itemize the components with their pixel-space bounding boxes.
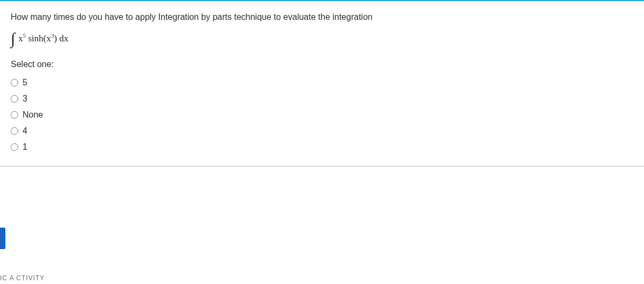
select-one-label: Select one: [11,60,644,69]
option-none[interactable]: None [11,107,644,123]
power-5: 5 [23,32,26,39]
option-3[interactable]: 3 [11,91,644,107]
integral-body: x5 sinh(x3) dx [18,33,68,44]
options-list: 5 3 None 4 1 [11,75,644,155]
integral-symbol: ∫ [11,31,15,47]
radio-4[interactable] [11,127,18,135]
radio-1[interactable] [11,143,18,151]
option-label: 3 [23,94,27,104]
footer-fragment: IC A CTIVITY [0,274,45,282]
option-label: None [23,110,43,120]
integral-expression: ∫ x5 sinh(x3) dx [11,31,644,47]
option-1[interactable]: 1 [11,139,644,155]
question-text: How many times do you have to apply Inte… [11,11,644,24]
arg-base: x [47,33,52,43]
radio-3[interactable] [11,95,18,103]
func-name: sinh( [28,33,47,43]
func-suffix: ) dx [54,33,69,43]
side-tab[interactable] [0,228,5,249]
option-5[interactable]: 5 [11,75,644,91]
option-label: 4 [23,126,27,136]
radio-none[interactable] [11,111,18,119]
option-label: 1 [23,142,27,152]
radio-5[interactable] [11,79,18,86]
option-4[interactable]: 4 [11,123,644,139]
question-block: How many times do you have to apply Inte… [0,1,644,166]
option-label: 5 [23,78,27,88]
